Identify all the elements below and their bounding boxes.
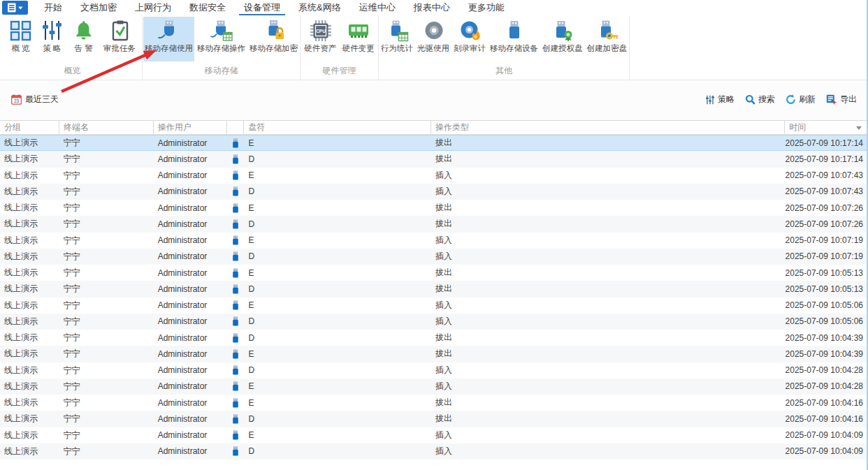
table-row[interactable]: 线上演示 宁宁 Administrator D 插入 2025-07-09 10… [0, 184, 867, 200]
ribbon-button-hardware-assets[interactable]: CPU 硬件资产 [303, 17, 338, 61]
cell-user: Administrator [154, 235, 227, 245]
cell-action-type: 拔出 [431, 332, 785, 344]
column-header-drive[interactable]: 盘符 [244, 121, 431, 134]
cell-group: 线上演示 [0, 381, 59, 392]
cell-device-icon [227, 268, 245, 278]
table-row[interactable]: 线上演示 宁宁 Administrator D 插入 2025-07-09 10… [0, 443, 867, 460]
table-row[interactable]: 线上演示 宁宁 Administrator E 拔出 2025-07-09 10… [0, 265, 867, 281]
policy-button[interactable]: 策略 [705, 94, 735, 105]
menu-tab-data-security[interactable]: 数据安全 [185, 0, 231, 15]
cell-device-icon [227, 251, 245, 261]
cell-device-icon [227, 170, 245, 180]
table-row[interactable]: 线上演示 宁宁 Administrator E 拔出 2025-07-09 10… [0, 346, 867, 362]
table-row[interactable]: 线上演示 宁宁 Administrator D 插入 2025-07-09 10… [0, 249, 867, 265]
table-row[interactable]: 线上演示 宁宁 Administrator E 插入 2025-07-09 10… [0, 168, 867, 184]
column-header-user[interactable]: 操作用户 [154, 121, 227, 134]
cell-group: 线上演示 [0, 332, 59, 344]
ribbon-button-policy[interactable]: 策 略 [39, 17, 65, 61]
ribbon-button-usb-encryption[interactable]: 移动存储加密 [248, 17, 299, 61]
cell-action-type: 拔出 [431, 218, 785, 230]
column-filter-caret-icon[interactable] [856, 126, 862, 130]
cell-device-icon [227, 349, 245, 359]
menu-tab-web-behavior[interactable]: 上网行为 [130, 0, 176, 15]
refresh-button[interactable]: 刷新 [786, 94, 816, 105]
date-range-filter-button[interactable]: 23 最近三天 [11, 94, 59, 105]
ribbon-button-create-authorized-disk[interactable]: 创建授权盘 [541, 17, 584, 61]
table-row[interactable]: 线上演示 宁宁 Administrator E 插入 2025-07-09 10… [0, 427, 867, 443]
table-row[interactable]: 线上演示 宁宁 Administrator E 拔出 2025-07-09 10… [0, 200, 867, 216]
ribbon-group-removable-storage: 移动存储使用 移动存储操作 [143, 15, 301, 80]
table-row[interactable]: 线上演示 宁宁 Administrator D 插入 2025-07-09 10… [0, 314, 867, 330]
ribbon-group-overview: 概 览 策 略 告 警 [3, 15, 143, 80]
ribbon-button-usb-devices[interactable]: 移动存储设备 [489, 17, 540, 61]
ribbon-button-hardware-changes[interactable]: 硬件变更 [341, 17, 376, 61]
cell-terminal: 宁宁 [59, 186, 154, 198]
cell-time: 2025-07-09 10:04:16 [785, 398, 867, 408]
table-row[interactable]: 线上演示 宁宁 Administrator D 拔出 2025-07-09 10… [0, 216, 867, 232]
ribbon-button-usb-operations[interactable]: 移动存储操作 [196, 17, 247, 61]
cell-drive-letter: D [244, 284, 431, 294]
cell-terminal: 宁宁 [59, 235, 154, 247]
cell-terminal: 宁宁 [59, 218, 154, 230]
usb-drive-icon [232, 316, 239, 326]
ribbon-button-alerts[interactable]: 告 警 [71, 17, 96, 61]
menu-tab-ops-center[interactable]: 运维中心 [354, 0, 400, 15]
cell-group: 线上演示 [0, 316, 59, 328]
table-row[interactable]: 线上演示 宁宁 Administrator E 插入 2025-07-09 10… [0, 298, 867, 314]
cell-terminal: 宁宁 [59, 348, 154, 360]
export-button[interactable]: 导出 [826, 94, 857, 105]
ribbon-button-approval-tasks[interactable]: 审批任务 [102, 17, 137, 61]
cell-time: 2025-07-09 10:05:13 [785, 284, 867, 294]
table-row[interactable]: 线上演示 宁宁 Administrator D 拔出 2025-07-09 10… [0, 281, 867, 297]
table-row[interactable]: 线上演示 宁宁 Administrator E 插入 2025-07-09 10… [0, 233, 867, 249]
cell-drive-letter: E [244, 170, 431, 180]
table-row[interactable]: 线上演示 宁宁 Administrator D 拔出 2025-07-09 10… [0, 411, 867, 427]
menu-tab-system-network[interactable]: 系统&网络 [294, 0, 346, 15]
menu-tab-start[interactable]: 开始 [39, 0, 67, 15]
usb-usage-table: 分组 终端名 操作用户 盘符 操作类型 时间 线上演示 宁宁 Administr… [0, 120, 867, 460]
ribbon-button-usb-usage[interactable]: 移动存储使用 [143, 17, 194, 61]
menu-tab-more-features[interactable]: 更多功能 [463, 0, 509, 15]
column-header-action-type[interactable]: 操作类型 [431, 121, 785, 134]
cell-user: Administrator [154, 414, 227, 424]
table-row[interactable]: 线上演示 宁宁 Administrator E 拔出 2025-07-09 10… [0, 135, 867, 151]
menu-tab-report-center[interactable]: 报表中心 [409, 0, 455, 15]
app-menu-button[interactable] [2, 1, 28, 15]
ribbon-button-behavior-stats[interactable]: 行为统计 [379, 17, 414, 61]
export-icon [826, 94, 837, 105]
table-row[interactable]: 线上演示 宁宁 Administrator E 插入 2025-07-09 10… [0, 379, 867, 395]
ribbon-button-overview[interactable]: 概 览 [8, 17, 34, 61]
table-row[interactable]: 线上演示 宁宁 Administrator D 拔出 2025-07-09 10… [0, 330, 867, 346]
ribbon-button-create-encrypted-disk[interactable]: 创建加密盘 [586, 17, 629, 61]
cell-terminal: 宁宁 [59, 397, 154, 409]
circuit-board-icon [347, 19, 370, 42]
cell-device-icon [227, 446, 245, 456]
column-header-terminal[interactable]: 终端名 [59, 121, 154, 134]
ribbon-group-label: 概览 [3, 65, 142, 80]
cell-user: Administrator [154, 203, 227, 213]
cell-group: 线上演示 [0, 218, 59, 230]
cell-user: Administrator [154, 251, 227, 261]
cell-action-type: 拔出 [431, 267, 785, 279]
ribbon-button-burn-audit[interactable]: 刻录审计 [452, 17, 487, 61]
filter-toolbar: 23 最近三天 策略 搜索 [0, 80, 867, 120]
ribbon-toolbar: 概 览 策 略 告 警 [0, 15, 867, 80]
table-row[interactable]: 线上演示 宁宁 Administrator D 拔出 2025-07-09 10… [0, 151, 867, 167]
cell-group: 线上演示 [0, 365, 59, 376]
column-header-time[interactable]: 时间 [785, 121, 867, 134]
cell-action-type: 拔出 [431, 153, 785, 165]
cell-drive-letter: D [244, 414, 431, 424]
cell-device-icon [227, 300, 245, 310]
menu-tab-doc-encryption[interactable]: 文档加密 [75, 0, 122, 15]
column-header-group[interactable]: 分组 [0, 121, 59, 134]
column-header-device-icon[interactable] [227, 121, 245, 134]
search-button[interactable]: 搜索 [745, 94, 775, 105]
table-row[interactable]: 线上演示 宁宁 Administrator E 拔出 2025-07-09 10… [0, 395, 867, 411]
table-row[interactable]: 线上演示 宁宁 Administrator D 插入 2025-07-09 10… [0, 362, 867, 379]
cell-user: Administrator [154, 138, 227, 148]
ribbon-button-cdrom-usage[interactable]: 光驱使用 [416, 17, 451, 61]
menu-tab-device-management[interactable]: 设备管理 [239, 0, 285, 15]
usb-drive-icon [232, 349, 239, 359]
cell-terminal: 宁宁 [59, 202, 154, 214]
cell-drive-letter: D [244, 251, 431, 261]
